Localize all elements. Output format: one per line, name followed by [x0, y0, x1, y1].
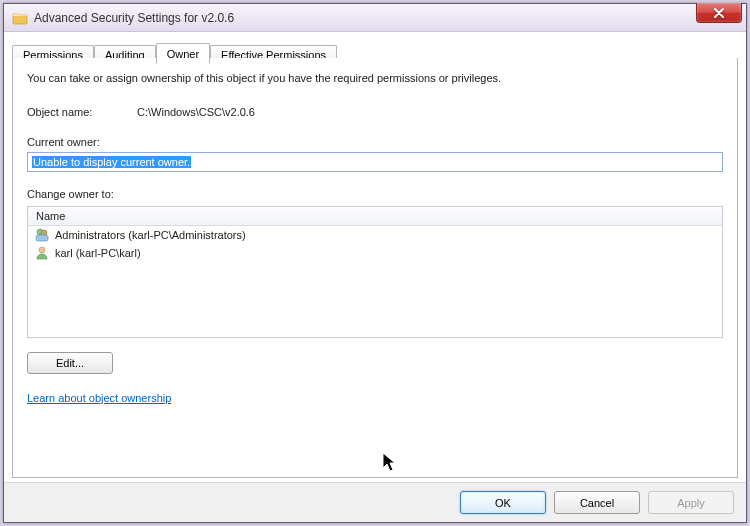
group-icon	[34, 227, 50, 243]
apply-button[interactable]: Apply	[648, 491, 734, 514]
tab-owner[interactable]: Owner	[156, 43, 210, 64]
cancel-button[interactable]: Cancel	[554, 491, 640, 514]
svg-point-3	[39, 247, 45, 253]
current-owner-label: Current owner:	[27, 136, 723, 148]
dialog-footer: OK Cancel Apply	[4, 482, 746, 522]
dialog-window: Advanced Security Settings for v2.0.6 Pe…	[3, 3, 747, 523]
list-item-label: karl (karl-PC\karl)	[55, 247, 141, 259]
user-icon	[34, 245, 50, 261]
titlebar: Advanced Security Settings for v2.0.6	[4, 4, 746, 32]
list-header-name[interactable]: Name	[28, 207, 722, 226]
owner-panel: You can take or assign ownership of this…	[12, 58, 738, 478]
close-button[interactable]	[696, 3, 742, 23]
current-owner-field[interactable]: Unable to display current owner.	[27, 152, 723, 172]
window-title: Advanced Security Settings for v2.0.6	[34, 11, 746, 25]
object-name-label: Object name:	[27, 106, 137, 118]
intro-text: You can take or assign ownership of this…	[27, 72, 723, 84]
list-item[interactable]: karl (karl-PC\karl)	[28, 244, 722, 262]
list-item[interactable]: Administrators (karl-PC\Administrators)	[28, 226, 722, 244]
svg-rect-2	[36, 235, 48, 241]
ok-button[interactable]: OK	[460, 491, 546, 514]
current-owner-value: Unable to display current owner.	[32, 156, 191, 168]
close-icon	[713, 8, 725, 18]
edit-button[interactable]: Edit...	[27, 352, 113, 374]
list-item-label: Administrators (karl-PC\Administrators)	[55, 229, 246, 241]
change-owner-label: Change owner to:	[27, 188, 723, 200]
owner-listbox[interactable]: Name Administrators (karl-PC\Administrat…	[27, 206, 723, 338]
learn-link[interactable]: Learn about object ownership	[27, 392, 171, 404]
folder-icon	[12, 10, 28, 26]
object-name-value: C:\Windows\CSC\v2.0.6	[137, 106, 255, 118]
